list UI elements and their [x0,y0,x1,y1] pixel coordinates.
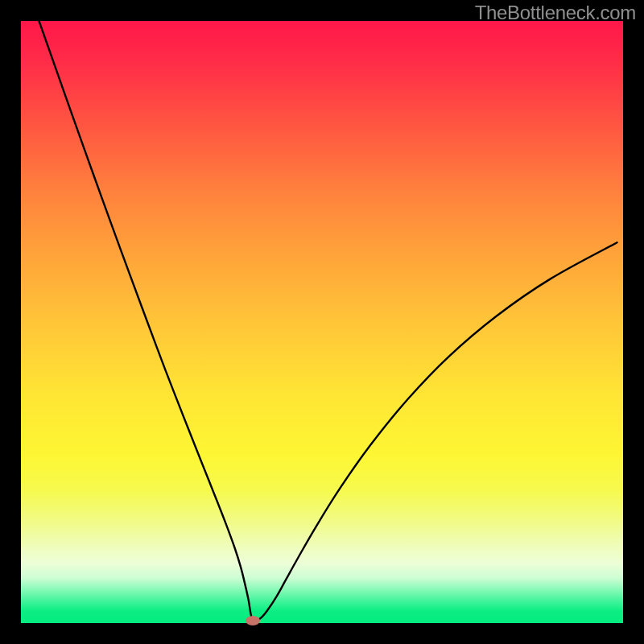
bottleneck-curve [21,21,623,623]
plot-area [21,21,623,623]
app-frame: TheBottleneck.com [0,0,644,644]
minimum-marker [246,616,260,625]
watermark-label: TheBottleneck.com [475,2,636,24]
